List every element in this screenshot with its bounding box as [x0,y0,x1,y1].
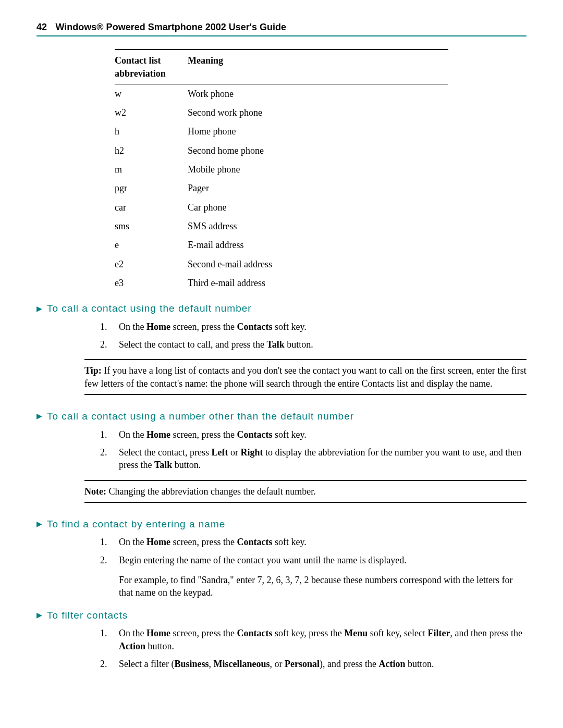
text: or [228,447,240,458]
text: , [209,659,214,669]
bold-text: Talk [266,339,284,350]
text: button. [145,641,174,651]
table-row: smsSMS address [115,217,448,236]
meaning-cell: Third e-mail address [188,274,448,292]
arrow-icon: ▶ [36,519,43,529]
meaning-cell: Pager [188,179,448,198]
text: On the [119,429,146,440]
list-item: Select the contact, press Left or Right … [109,446,527,472]
text: Select a filter ( [119,659,174,669]
page-header: 42 Windows® Powered Smartphone 2002 User… [36,21,527,36]
bold-text: Business [174,659,209,669]
list-item: Begin entering the name of the contact y… [109,554,527,599]
list-item: On the Home screen, press the Contacts s… [109,320,527,333]
example-text: For example, to find "Sandra," enter 7, … [119,574,527,599]
table-row: w2Second work phone [115,103,448,122]
text: soft key. [272,537,306,547]
abbrev-cell: h2 [115,141,188,160]
abbreviation-table: Contact list abbreviation Meaning wWork … [115,49,448,292]
list-item: Select a filter (Business, Miscellaneous… [109,658,527,670]
list-item: On the Home screen, press the Contacts s… [109,627,527,652]
abbrev-cell: e2 [115,255,188,274]
abbrev-cell: pgr [115,179,188,198]
bold-text: Menu [344,628,368,638]
meaning-cell: Home phone [188,122,448,141]
abbrev-cell: sms [115,217,188,236]
bold-text: Personal [285,659,320,669]
abbrev-cell: h [115,122,188,141]
table-row: h2Second home phone [115,141,448,160]
list-item: On the Home screen, press the Contacts s… [109,536,527,548]
list-item: On the Home screen, press the Contacts s… [109,428,527,441]
bold-text: Contacts [237,537,272,547]
doc-title: Windows® Powered Smartphone 2002 User's … [56,22,287,32]
section-heading-call-default: ▶ To call a contact using the default nu… [36,302,527,315]
text: button. [405,659,434,669]
steps-call-other: On the Home screen, press the Contacts s… [36,428,527,472]
section-title: To call a contact using the default numb… [47,302,252,315]
table-row: eE-mail address [115,236,448,254]
text: On the [119,322,146,332]
col-header-meaning: Meaning [188,50,448,84]
tip-label: Tip: [84,365,102,376]
meaning-cell: Second e-mail address [188,255,448,274]
bold-text: Home [146,537,170,547]
text: screen, press the [170,322,237,332]
meaning-cell: E-mail address [188,236,448,254]
text: screen, press the [170,537,237,547]
abbrev-cell: w2 [115,103,188,122]
arrow-icon: ▶ [36,411,43,421]
bold-text: Action [378,659,405,669]
table-row: hHome phone [115,122,448,141]
text: button. [172,460,201,470]
note-text: Changing the abbreviation changes the de… [106,486,316,497]
meaning-cell: Second home phone [188,141,448,160]
tip-text: If you have a long list of contacts and … [84,365,527,388]
text: On the [119,537,146,547]
bold-text: Left [211,447,228,458]
text: , and then press the [450,628,522,638]
meaning-cell: Car phone [188,198,448,217]
steps-filter: On the Home screen, press the Contacts s… [36,627,527,670]
note-callout: Note: Changing the abbreviation changes … [84,480,527,503]
steps-call-default: On the Home screen, press the Contacts s… [36,320,527,351]
bold-text: Contacts [237,429,272,440]
bold-text: Action [119,641,145,651]
text: soft key. [272,322,306,332]
abbrev-cell: car [115,198,188,217]
text: Begin entering the name of the contact y… [119,555,407,565]
page-number: 42 [36,22,47,32]
table-row: pgrPager [115,179,448,198]
bold-text: Talk [154,460,172,470]
text: screen, press the [170,628,237,638]
section-heading-call-other: ▶ To call a contact using a number other… [36,410,527,423]
abbrev-cell: w [115,84,188,103]
list-item: Select the contact to call, and press th… [109,338,527,351]
bold-text: Home [146,322,170,332]
meaning-cell: Second work phone [188,103,448,122]
text: button. [285,339,313,350]
section-heading-find-name: ▶ To find a contact by entering a name [36,517,527,531]
table-row: carCar phone [115,198,448,217]
table-row: e2Second e-mail address [115,255,448,274]
section-title: To call a contact using a number other t… [47,410,354,423]
col-header-abbrev-l2: abbreviation [115,68,166,79]
text: Select the contact, press [119,447,211,458]
text: , or [270,659,285,669]
col-header-abbrev-l1: Contact list [115,55,161,66]
bold-text: Contacts [237,322,272,332]
meaning-cell: Mobile phone [188,160,448,179]
section-title: To filter contacts [47,609,128,622]
note-label: Note: [84,486,106,497]
text: soft key, press the [272,628,344,638]
col-header-abbrev: Contact list abbreviation [115,50,188,84]
section-heading-filter: ▶ To filter contacts [36,609,527,622]
table-row: e3Third e-mail address [115,274,448,292]
text: Select the contact to call, and press th… [119,339,266,350]
bold-text: Home [146,429,170,440]
bold-text: Miscellaneous [214,659,270,669]
text: On the [119,628,146,638]
table-row: mMobile phone [115,160,448,179]
text: soft key, select [368,628,427,638]
abbrev-cell: e [115,236,188,254]
